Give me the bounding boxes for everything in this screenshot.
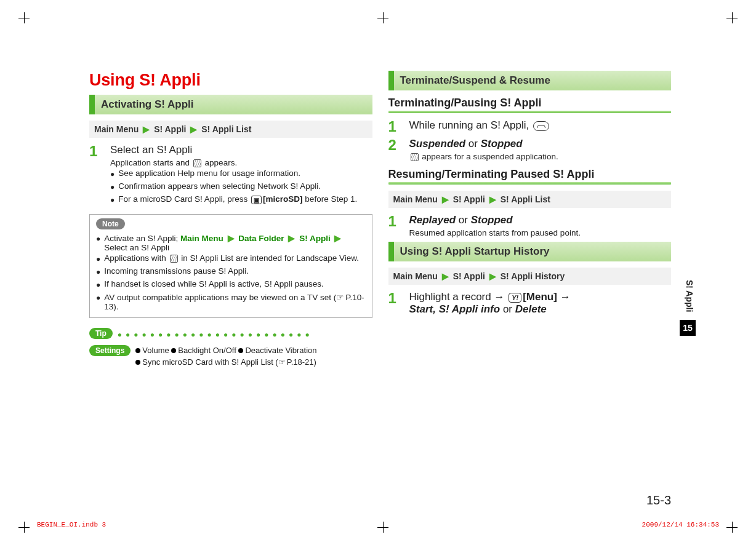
crumb-l1: S! Appli — [453, 271, 485, 281]
crumb-l1: S! Appli — [154, 124, 186, 134]
option: Suspended — [409, 138, 466, 149]
step-number: 1 — [89, 144, 102, 208]
menu-path: Main Menu — [180, 234, 223, 243]
decorative-dots: ●●●●●●●●●●●●●●●●●●●●●●●● — [118, 330, 372, 339]
step-body: While running an S! Appli, — [409, 119, 550, 134]
menu-path: Data Folder — [238, 234, 284, 243]
text: Sync microSD Card with S! Appli List ( — [142, 357, 278, 367]
crop-mark — [18, 522, 30, 533]
bullet: ● If handset is closed while S! Appli is… — [96, 279, 366, 291]
text: Select an S! Appli — [104, 243, 169, 252]
step: 2 Suspended or Stopped appears for a sus… — [388, 138, 672, 162]
bullet-icon — [238, 348, 243, 353]
bullet-icon: ● — [96, 253, 100, 265]
chevron-right-icon: ▶ — [188, 124, 199, 134]
text: or — [468, 138, 481, 149]
chapter-badge: 15 — [680, 320, 696, 336]
left-column: Using S! Appli Activating S! Appli Main … — [89, 71, 372, 477]
text: Resumed application starts from paused p… — [409, 228, 581, 237]
note-label: Note — [96, 218, 125, 229]
tip-label: Tip — [89, 328, 113, 339]
text: appears for a suspended application. — [422, 152, 558, 161]
crumb-l1: S! Appli — [453, 194, 485, 204]
page-number: 15-3 — [646, 493, 671, 507]
option: Stopped — [481, 138, 523, 149]
step: 1 Replayed or Stopped Resumed applicatio… — [388, 214, 672, 238]
crumb-root: Main Menu — [393, 271, 438, 281]
page-ref: P.18-21 — [287, 357, 314, 367]
step-body: Select an S! Appli Application starts an… — [110, 144, 357, 208]
app-paused-icon — [411, 153, 419, 161]
text: Backlight On/Off — [178, 346, 236, 355]
text: If handset is closed while S! Appli is a… — [104, 279, 323, 291]
section-heading: Using S! Appli Startup History — [388, 242, 672, 261]
right-column: Terminate/Suspend & Resume Terminating/P… — [388, 71, 672, 477]
bullet-icon: ● — [110, 169, 115, 180]
pointer-icon — [278, 357, 287, 367]
step-number: 1 — [388, 119, 401, 134]
chevron-right-icon: ▶ — [488, 194, 498, 204]
chevron-right-icon: ▶ — [226, 234, 236, 243]
crop-mark — [377, 12, 388, 23]
text: or — [503, 303, 515, 315]
step: 1 Highlight a record → Y![Menu] → Start,… — [388, 291, 672, 317]
heading-underline — [388, 111, 672, 113]
text: in S! Appli List are intended for Landsc… — [181, 253, 359, 263]
bullet-icon: ● — [96, 233, 100, 252]
text: Incoming transmissions pause S! Appli. — [104, 266, 249, 278]
bullet-icon — [135, 348, 140, 353]
step-number: 1 — [388, 291, 401, 317]
crumb-l2: S! Appli List — [201, 124, 251, 134]
chevron-right-icon: ▶ — [440, 271, 451, 281]
app-running-icon — [193, 159, 201, 167]
chevron-right-icon: ▶ — [286, 234, 297, 243]
bullet-icon — [135, 360, 140, 365]
text: or — [459, 214, 471, 226]
crumb-root: Main Menu — [94, 124, 139, 134]
text: ). — [113, 302, 118, 311]
bullet: ● Applications with in S! Appli List are… — [96, 253, 366, 265]
chevron-right-icon: ▶ — [488, 271, 498, 281]
landscape-icon — [170, 255, 178, 263]
section-heading: Activating S! Appli — [89, 95, 372, 114]
option: Start, S! Appli info — [409, 303, 501, 315]
end-key-icon — [533, 121, 549, 131]
settings-label: Settings — [89, 345, 131, 356]
bullet: ● For a microSD Card S! Appli, press ▣[m… — [110, 194, 357, 206]
footer-timestamp: 2009/12/14 16:34:53 — [642, 521, 719, 528]
step: 1 Select an S! Appli Application starts … — [89, 144, 372, 208]
text: appears. — [205, 158, 238, 167]
print-footer: BEGIN_E_OI.indb 3 2009/12/14 16:34:53 — [37, 521, 719, 528]
note-box: Note ● Activate an S! Appli; Main Menu ▶… — [89, 214, 372, 319]
chevron-right-icon: ▶ — [332, 234, 343, 243]
key-label: [microSD] — [263, 194, 303, 204]
arrow-right-icon: → — [560, 291, 571, 303]
crumb-l2: S! Appli History — [501, 271, 565, 281]
text: Application starts and — [110, 158, 192, 167]
crumb-l2: S! Appli List — [501, 194, 550, 204]
step-title: Select an S! Appli — [110, 144, 357, 156]
bullet-icon: ● — [110, 181, 115, 193]
crumb-root: Main Menu — [393, 194, 438, 204]
bullet: ● Incoming transmissions pause S! Appli. — [96, 266, 366, 278]
text: Activate an S! Appli; — [104, 234, 180, 243]
text: AV output compatible applications may be… — [104, 293, 336, 302]
text: before Step 1. — [305, 194, 357, 204]
text: Deactivate Vibration — [245, 346, 316, 355]
step-number: 2 — [388, 138, 401, 162]
page-content: Using S! Appli Activating S! Appli Main … — [89, 71, 671, 477]
text: ) — [314, 357, 316, 367]
chevron-right-icon: ▶ — [141, 124, 151, 134]
bullet-icon: ● — [96, 279, 100, 291]
crop-mark — [726, 12, 738, 23]
key-label: [Menu] — [523, 291, 557, 303]
text: See application Help menu for usage info… — [118, 169, 300, 180]
step-body: Suspended or Stopped appears for a suspe… — [409, 138, 558, 162]
menu-path: S! Appli — [299, 234, 331, 243]
heading-underline — [388, 182, 672, 185]
breadcrumb: Main Menu ▶ S! Appli ▶ S! Appli History — [388, 268, 672, 285]
breadcrumb: Main Menu ▶ S! Appli ▶ S! Appli List — [89, 121, 372, 138]
side-tab-label: S! Appli — [685, 280, 694, 312]
bullet-icon — [171, 348, 176, 353]
bullet: ● See application Help menu for usage in… — [110, 169, 357, 180]
